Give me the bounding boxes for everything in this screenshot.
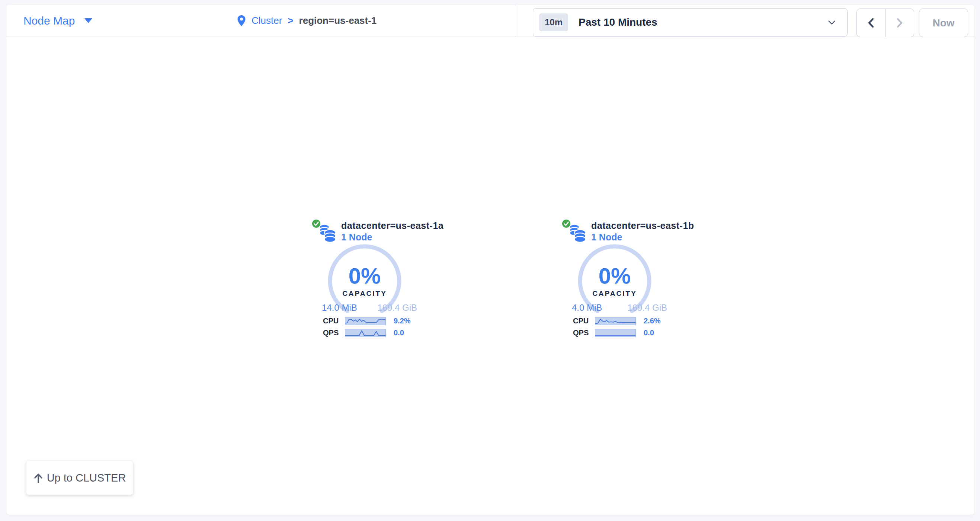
locality-node-count: 1 Node [341,231,444,243]
header-divider [515,5,515,37]
next-time-button[interactable] [885,9,914,37]
breadcrumb: Cluster > region=us-east-1 [237,5,377,37]
cpu-label: CPU [573,317,595,325]
capacity-percent: 0% [578,264,652,288]
time-window-badge: 10m [539,13,568,31]
cpu-value: 9.2% [394,317,411,325]
time-nav-group [856,8,914,37]
capacity-label: CAPACITY [328,290,402,298]
locality-header: datacenter=us-east-1b 1 Node [591,220,694,243]
qps-sparkline [595,329,636,337]
caret-down-icon [84,18,92,23]
qps-metric-row: QPS 0.0 [323,328,404,337]
locality-header: datacenter=us-east-1a 1 Node [341,220,444,243]
capacity-used: 4.0 MiB [572,303,602,313]
capacity-percent: 0% [328,264,402,288]
cpu-metric-row: CPU 2.6% [573,317,661,325]
cpu-sparkline [345,317,386,325]
location-pin-icon [237,15,246,27]
up-to-cluster-button[interactable]: Up to CLUSTER [26,461,133,495]
header-bar: Node Map Cluster > region=us-east-1 10m … [6,5,974,37]
capacity-values: 14.0 MiB 169.4 GiB [322,303,417,313]
cpu-label: CPU [323,317,345,325]
health-check-icon [562,219,571,228]
view-selector-label: Node Map [24,14,75,27]
qps-value: 0.0 [394,328,404,337]
capacity-total: 169.4 GiB [377,303,417,313]
locality-name: datacenter=us-east-1a [341,220,444,231]
database-icon [569,223,587,244]
cpu-value: 2.6% [644,317,661,325]
breadcrumb-separator: > [288,15,293,26]
up-to-cluster-label: Up to CLUSTER [47,472,126,484]
locality-card-us-east-1b[interactable]: datacenter=us-east-1b 1 Node 0% CAPACITY… [562,219,696,342]
cpu-sparkline [595,317,636,325]
qps-metric-row: QPS 0.0 [573,328,654,337]
time-window-dropdown[interactable]: 10m Past 10 Minutes [533,8,848,37]
up-arrow-icon [33,473,43,483]
capacity-label: CAPACITY [578,290,652,298]
breadcrumb-cluster-link[interactable]: Cluster [251,15,282,26]
capacity-used: 14.0 MiB [322,303,357,313]
map-area: datacenter=us-east-1a 1 Node 0% CAPACITY… [6,37,974,514]
qps-label: QPS [573,328,595,337]
cpu-metric-row: CPU 9.2% [323,317,411,325]
database-icon [319,223,337,244]
health-check-icon [312,219,321,228]
locality-node-count: 1 Node [591,231,694,243]
locality-name: datacenter=us-east-1b [591,220,694,231]
prev-time-button[interactable] [857,9,885,37]
breadcrumb-current: region=us-east-1 [299,15,377,26]
chevron-right-icon [896,18,903,28]
view-selector-dropdown[interactable]: Node Map [24,5,92,37]
qps-value: 0.0 [644,328,654,337]
now-button[interactable]: Now [919,8,968,37]
node-map-panel: Node Map Cluster > region=us-east-1 10m … [6,5,974,515]
capacity-total: 169.4 GiB [627,303,667,313]
time-window-label: Past 10 Minutes [579,16,657,28]
chevron-left-icon [868,18,874,28]
capacity-values: 4.0 MiB 169.4 GiB [572,303,667,313]
chevron-down-icon [828,21,835,25]
qps-sparkline [345,329,386,337]
qps-label: QPS [323,328,345,337]
locality-card-us-east-1a[interactable]: datacenter=us-east-1a 1 Node 0% CAPACITY… [312,219,446,342]
